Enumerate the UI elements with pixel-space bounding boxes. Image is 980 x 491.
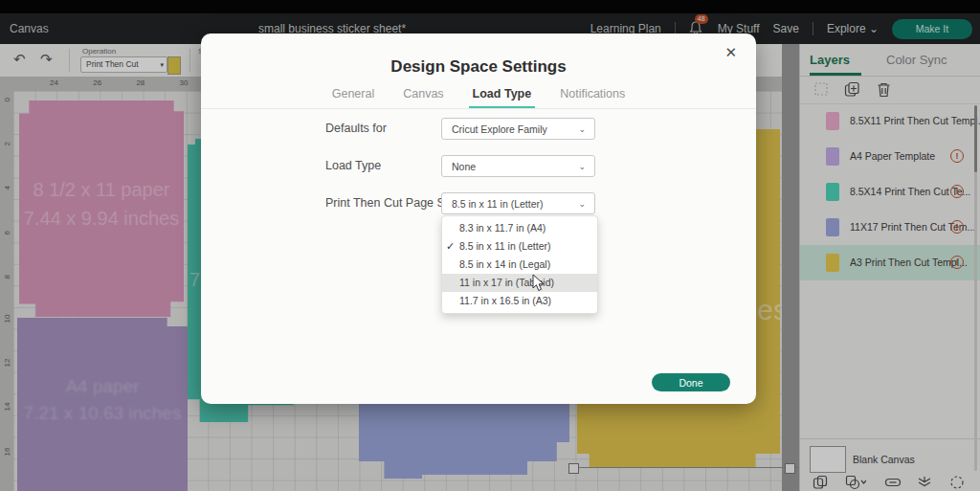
chevron-down-icon: ⌄ [578, 156, 586, 178]
option-tabloid-hovered[interactable]: 11 in x 17 in (Tabloid) [442, 274, 597, 292]
tab-general[interactable]: General [332, 87, 374, 109]
defaults-for-select[interactable]: Cricut Explore Family ⌄ [441, 118, 595, 140]
defaults-for-label: Defaults for [325, 118, 387, 140]
option-letter-selected[interactable]: ✓ 8.5 in x 11 in (Letter) [442, 237, 597, 256]
chevron-down-icon: ⌄ [578, 119, 586, 141]
tab-load-type[interactable]: Load Type [473, 87, 532, 109]
mouse-cursor [532, 274, 545, 292]
option-legal[interactable]: 8.5 in x 14 in (Legal) [442, 256, 597, 274]
load-type-label: Load Type [325, 155, 381, 177]
tab-canvas[interactable]: Canvas [403, 87, 443, 109]
chevron-down-icon: ⌄ [578, 193, 586, 215]
page-size-dropdown: 8.3 in x 11.7 in (A4) ✓ 8.5 in x 11 in (… [441, 215, 598, 314]
option-a3[interactable]: 11.7 in x 16.5 in (A3) [442, 292, 597, 310]
load-type-select[interactable]: None ⌄ [441, 155, 595, 177]
settings-modal: ✕ Design Space Settings General Canvas L… [201, 33, 756, 404]
option-a4[interactable]: 8.3 in x 11.7 in (A4) [442, 219, 597, 237]
modal-title: Design Space Settings [201, 57, 756, 77]
page-size-label: Print Then Cut Page Size [325, 192, 460, 214]
done-button[interactable]: Done [652, 373, 730, 391]
modal-divider [201, 108, 756, 109]
page-size-select[interactable]: 8.5 in x 11 in (Letter) ⌄ [441, 192, 595, 214]
tab-notifications[interactable]: Notifications [560, 87, 625, 109]
modal-tabs: General Canvas Load Type Notifications [201, 87, 756, 109]
check-icon: ✓ [446, 237, 455, 256]
